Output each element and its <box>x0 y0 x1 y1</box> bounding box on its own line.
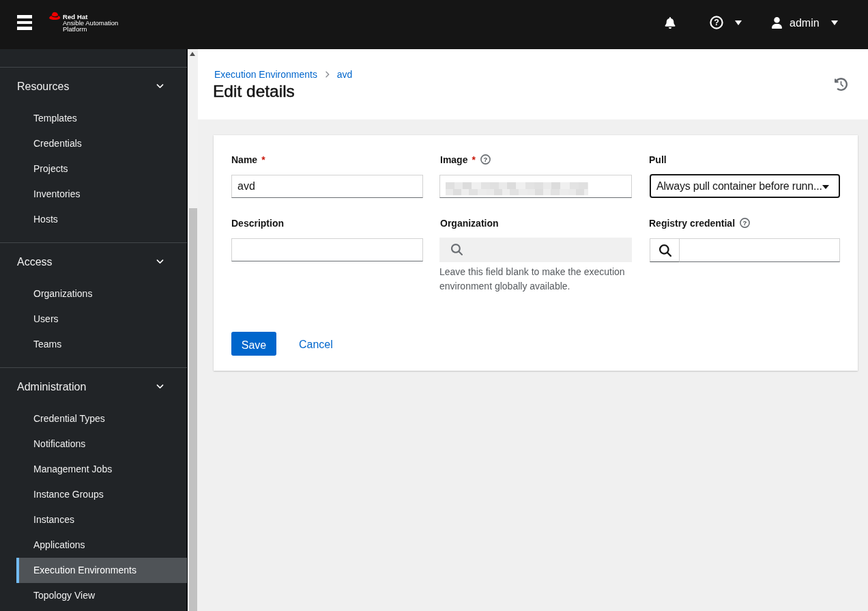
svg-text:?: ? <box>484 156 488 163</box>
svg-text:?: ? <box>714 18 719 27</box>
svg-text:?: ? <box>743 219 747 227</box>
